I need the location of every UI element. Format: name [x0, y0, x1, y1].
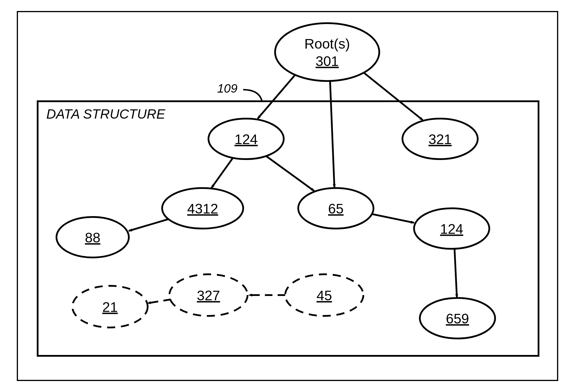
- edge-root-321: [363, 72, 423, 120]
- node-659: 659: [420, 298, 495, 338]
- edge-124a-65: [266, 156, 314, 191]
- edge-124a-4312: [211, 158, 233, 188]
- ref-leader: [243, 90, 262, 101]
- node-21: 21: [72, 286, 148, 327]
- diagram-canvas: DATA STRUCTURE 109 Root(s) 301 124 321 4…: [0, 0, 575, 392]
- edge-4312-88: [129, 219, 168, 231]
- ref-label: 109: [217, 82, 237, 95]
- node-321: 321: [402, 119, 478, 159]
- node-327-label: 327: [197, 288, 220, 303]
- edge-65-124b: [372, 214, 414, 223]
- node-124b-label: 124: [440, 221, 463, 237]
- node-4312-label: 4312: [187, 201, 218, 216]
- node-321-label: 321: [428, 132, 452, 147]
- node-124a: 124: [208, 119, 284, 159]
- node-65: 65: [298, 188, 373, 229]
- node-659-label: 659: [446, 311, 469, 326]
- node-45: 45: [285, 274, 363, 316]
- node-124a-label: 124: [235, 132, 258, 147]
- node-4312: 4312: [162, 188, 243, 229]
- node-21-label: 21: [102, 299, 118, 315]
- root-id: 301: [316, 54, 339, 69]
- edge-124b-659: [455, 249, 457, 297]
- node-88-label: 88: [85, 230, 100, 245]
- node-124b: 124: [414, 208, 489, 249]
- edge-327-21: [148, 299, 171, 303]
- edge-root-124a: [258, 75, 295, 119]
- box-title: DATA STRUCTURE: [46, 106, 166, 122]
- node-65-label: 65: [328, 201, 343, 216]
- root-title: Root(s): [304, 36, 350, 51]
- node-88: 88: [56, 217, 129, 257]
- node-45-label: 45: [316, 288, 332, 303]
- edge-root-65: [330, 81, 334, 187]
- node-327: 327: [169, 274, 248, 316]
